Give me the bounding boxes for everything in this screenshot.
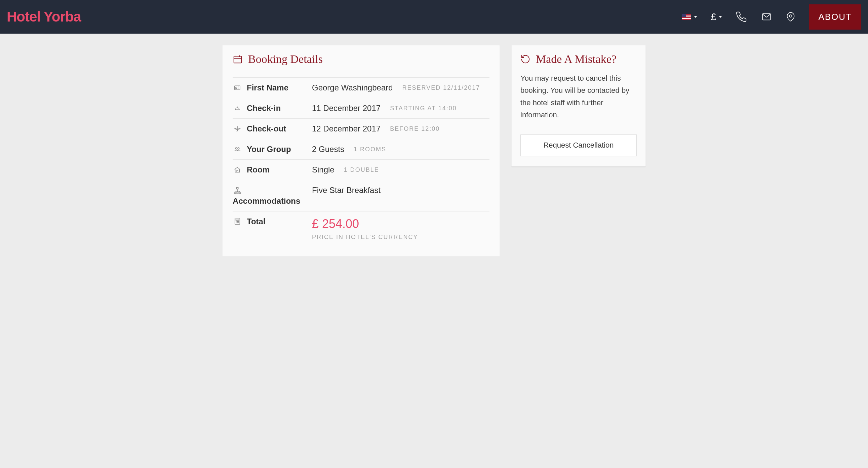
people-icon [232, 146, 242, 153]
topbar-right: £ ABOUT [682, 4, 861, 30]
total-note: PRICE IN HOTEL'S CURRENCY [312, 234, 418, 241]
booking-title-text: Booking Details [248, 53, 323, 66]
group-label: Your Group [247, 145, 307, 154]
check-out-value: 12 December 2017 [312, 124, 380, 133]
total-block: £ 254.00 PRICE IN HOTEL'S CURRENCY [312, 217, 418, 241]
check-in-value: 11 December 2017 [312, 103, 380, 113]
svg-point-13 [236, 87, 237, 88]
location-pin-icon [786, 11, 796, 23]
svg-point-32 [238, 223, 239, 223]
topbar: Hotel Yorba £ ABOUT [0, 0, 868, 34]
first-name-label: First Name [247, 83, 307, 92]
first-name-value: George Washingbeard [312, 83, 393, 92]
row-accommodations: x Accommodations Five Star Breakfast [232, 180, 490, 212]
row-room: Room Single 1 DOUBLE [232, 160, 490, 180]
currency-symbol: £ [711, 11, 716, 23]
chevron-down-icon [694, 16, 697, 18]
svg-point-18 [235, 148, 237, 149]
svg-rect-20 [237, 170, 238, 172]
location-link[interactable] [786, 11, 796, 23]
svg-point-28 [237, 221, 237, 222]
svg-rect-21 [236, 188, 238, 189]
sitemap-icon [232, 187, 242, 194]
mistake-title-text: Made A Mistake? [536, 53, 617, 66]
booking-details-title: Booking Details [232, 53, 490, 66]
svg-point-1 [790, 15, 792, 17]
calculator-icon [232, 217, 242, 226]
mistake-title: Made A Mistake? [520, 53, 637, 66]
row-check-out: Check-out 12 December 2017 BEFORE 12:00 [232, 119, 490, 139]
currency-selector[interactable]: £ [711, 11, 722, 23]
row-first-name: First Name George Washingbeard RESERVED … [232, 77, 490, 98]
site-logo[interactable]: Hotel Yorba [7, 9, 81, 25]
row-total: Total £ 254.00 PRICE IN HOTEL'S CURRENCY [232, 212, 490, 246]
about-button[interactable]: ABOUT [809, 4, 861, 30]
accommodations-value: Five Star Breakfast [312, 186, 380, 195]
page-content: Booking Details First Name George Washin… [222, 34, 646, 270]
svg-rect-23 [237, 192, 238, 194]
row-group: Your Group 2 Guests 1 ROOMS [232, 139, 490, 160]
first-name-sub: RESERVED 12/11/2017 [402, 84, 480, 91]
svg-point-29 [238, 221, 239, 222]
check-in-label: Check-in [247, 103, 307, 113]
mail-icon [761, 12, 773, 22]
svg-rect-22 [234, 192, 236, 194]
svg-point-30 [236, 223, 236, 223]
booking-details-card: Booking Details First Name George Washin… [222, 45, 500, 256]
group-sub: 1 ROOMS [354, 146, 386, 153]
svg-point-19 [238, 148, 239, 149]
check-in-sub: STARTING AT 14:00 [390, 105, 457, 112]
room-sub: 1 DOUBLE [344, 166, 379, 174]
row-check-in: Check-in 11 December 2017 STARTING AT 14… [232, 98, 490, 119]
chevron-down-icon [719, 16, 722, 18]
accommodations-label-block: x Accommodations [247, 186, 307, 206]
email-link[interactable] [761, 12, 773, 22]
svg-rect-26 [236, 219, 239, 221]
mistake-body: You may request to cancel this booking. … [520, 72, 637, 121]
phone-link[interactable] [736, 11, 747, 23]
mistake-card: Made A Mistake? You may request to cance… [511, 45, 646, 166]
id-card-icon [232, 84, 242, 91]
total-label: Total [247, 217, 307, 226]
total-value: £ 254.00 [312, 217, 418, 231]
phone-icon [736, 11, 747, 23]
svg-rect-2 [234, 56, 242, 63]
room-value: Single [312, 165, 335, 175]
svg-rect-24 [239, 192, 241, 194]
svg-point-27 [236, 221, 236, 222]
group-value: 2 Guests [312, 145, 344, 154]
language-selector[interactable] [682, 14, 697, 20]
svg-rect-0 [763, 14, 771, 20]
undo-icon [520, 54, 530, 64]
svg-point-31 [237, 223, 237, 223]
check-out-label: Check-out [247, 124, 307, 133]
bell-icon [232, 105, 242, 112]
check-out-sub: BEFORE 12:00 [390, 125, 440, 132]
calendar-icon [232, 54, 243, 64]
plane-icon [232, 125, 242, 132]
request-cancellation-button[interactable]: Request Cancellation [520, 134, 637, 156]
flag-us-icon [682, 14, 691, 20]
accommodations-label: Accommodations [232, 196, 307, 206]
room-label: Room [247, 165, 307, 175]
house-icon [232, 166, 242, 174]
